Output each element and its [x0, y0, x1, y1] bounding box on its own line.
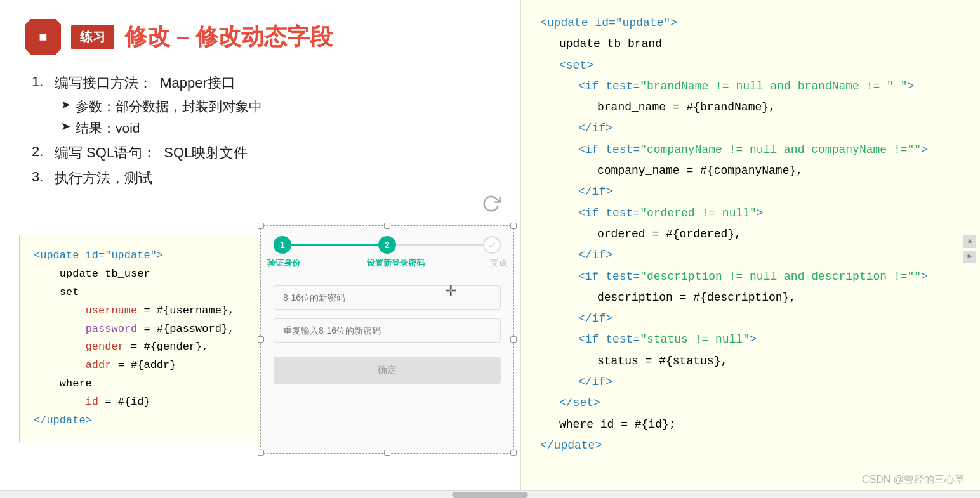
watermark: CSDN @曾经的三心草: [862, 470, 965, 489]
arrow1: ➤: [61, 98, 70, 112]
rc-line-5: brand_name = #{brandName},: [597, 97, 961, 118]
left-panel: ■ 练习 修改 – 修改动态字段 1. 编写接口方法： Mapper接口 ➤ 参…: [0, 0, 520, 498]
rc-line-18: </if>: [578, 372, 961, 393]
rc-line-2: update tb_brand: [559, 34, 961, 55]
step2-num: 2.: [32, 143, 55, 160]
confirm-password-input[interactable]: [274, 318, 501, 343]
step1-num: 1.: [32, 74, 55, 90]
scrollbar-thumb[interactable]: [452, 492, 528, 498]
right-code: <update id="update"> update tb_brand <se…: [540, 13, 961, 456]
cursor-icon: ✛: [445, 283, 456, 299]
steps-labels: 验证身份 设置新登录密码 完成: [261, 256, 513, 275]
rc-line-9: </if>: [578, 181, 961, 202]
rc-line-8: company_name = #{companyName},: [597, 161, 961, 181]
code-line-1: <update id="update">: [34, 247, 252, 265]
right-panel: <update id="update"> update tb_brand <se…: [520, 0, 980, 498]
rc-line-15: </if>: [578, 308, 961, 329]
step-1: 1. 编写接口方法： Mapper接口: [32, 74, 495, 93]
horizontal-scrollbar[interactable]: [0, 490, 980, 498]
rc-line-7: <if test="companyName != null and compan…: [578, 140, 961, 161]
sub-step2-label: 结果：void: [76, 119, 140, 137]
step-3: 3. 执行方法，测试: [32, 169, 495, 188]
handle-br[interactable]: [510, 450, 517, 456]
step-line-1: [291, 244, 378, 246]
new-password-input[interactable]: [274, 285, 501, 310]
code-line-8: where: [34, 375, 252, 393]
rc-line-17: status = #{status},: [597, 351, 961, 372]
code-line-7: addr = #{addr}: [34, 357, 252, 375]
rc-line-4: <if test="brandName != null and brandNam…: [578, 76, 961, 97]
confirm-button[interactable]: 确定: [274, 357, 501, 384]
rc-line-21: </update>: [540, 435, 961, 456]
steps-bar: 1 2: [261, 226, 513, 256]
sub-step-2: ➤ 结果：void: [61, 119, 495, 137]
scroll-up[interactable]: ▲: [963, 235, 976, 248]
rc-line-6: </if>: [578, 118, 961, 139]
rc-line-13: <if test="description != null and descri…: [578, 266, 961, 287]
badge-label: 练习: [71, 25, 114, 49]
step-label-3: 完成: [491, 258, 507, 269]
rc-line-16: <if test="status != null">: [578, 329, 961, 350]
rc-line-20: where id = #{id};: [559, 414, 961, 435]
step-2: 2. 编写 SQL语句： SQL映射文件: [32, 143, 495, 162]
handle-bm[interactable]: [384, 450, 390, 456]
rc-line-19: </set>: [559, 393, 961, 414]
scroll-down[interactable]: ▶: [963, 251, 976, 263]
rc-line-3: <set>: [559, 55, 961, 76]
code-line-5: password = #{password},: [34, 320, 252, 339]
code-line-4: username = #{username},: [34, 302, 252, 320]
step-circle-1: 1: [274, 236, 291, 254]
code-line-10: </update>: [34, 412, 252, 430]
handle-ml[interactable]: [258, 336, 264, 343]
step-circle-2: 2: [378, 236, 396, 254]
handle-bl[interactable]: [258, 450, 264, 456]
form-widget-area: 1 2 验证身份 设置新登录密码 完成 ✛ 确定: [260, 225, 514, 454]
code-line-3: set: [34, 284, 252, 302]
sub-steps: ➤ 参数：部分数据，封装到对象中 ➤ 结果：void: [61, 98, 495, 137]
code-line-9: id = #{id}: [34, 393, 252, 412]
arrow2: ➤: [61, 119, 70, 133]
rc-line-11: ordered = #{ordered},: [597, 224, 961, 245]
scroll-controls: ▲ ▶: [963, 235, 976, 263]
step3-label: 执行方法，测试: [55, 169, 152, 188]
page-title: 修改 – 修改动态字段: [124, 22, 333, 53]
step3-num: 3.: [32, 169, 55, 185]
step-label-1: 验证身份: [267, 258, 300, 269]
step1-label: 编写接口方法： Mapper接口: [55, 74, 235, 93]
step-label-2: 设置新登录密码: [367, 258, 425, 269]
code-line-6: gender = #{gender},: [34, 338, 252, 357]
code-line-2: update tb_user: [34, 265, 252, 284]
rc-line-10: <if test="ordered != null">: [578, 203, 961, 224]
form-fields: [261, 275, 513, 353]
step2-label: 编写 SQL语句： SQL映射文件: [55, 143, 248, 162]
title-row: ■ 练习 修改 – 修改动态字段: [25, 19, 495, 55]
sub-step-1: ➤ 参数：部分数据，封装到对象中: [61, 98, 495, 115]
main-container: ■ 练习 修改 – 修改动态字段 1. 编写接口方法： Mapper接口 ➤ 参…: [0, 0, 980, 498]
sub-step1-label: 参数：部分数据，封装到对象中: [76, 98, 262, 115]
handle-mr[interactable]: [510, 336, 517, 343]
refresh-icon[interactable]: [482, 194, 501, 218]
rc-line-14: description = #{description},: [597, 287, 961, 308]
steps-list: 1. 编写接口方法： Mapper接口 ➤ 参数：部分数据，封装到对象中 ➤ 结…: [32, 74, 495, 188]
rc-line-1: <update id="update">: [540, 13, 961, 34]
rc-line-12: </if>: [578, 245, 961, 266]
badge-icon: ■: [25, 19, 61, 55]
step-circle-3: [483, 236, 501, 254]
step-line-2: [396, 244, 483, 246]
left-code-box: <update id="update"> update tb_user set …: [19, 235, 267, 442]
